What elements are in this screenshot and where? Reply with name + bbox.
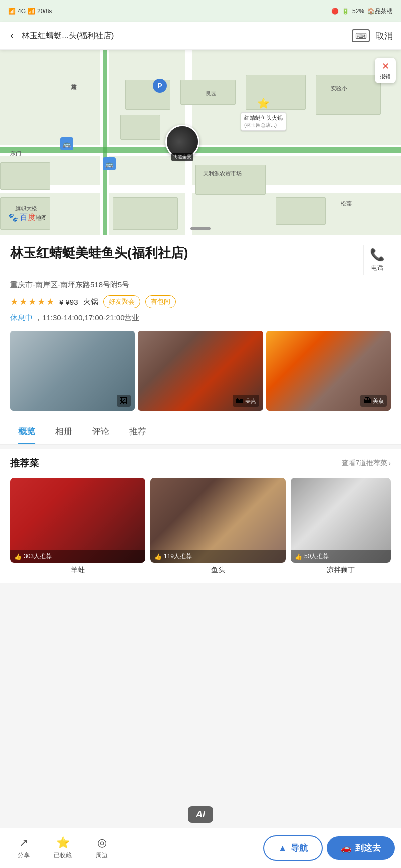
report-button[interactable]: ✕ 报错 xyxy=(375,58,396,83)
info-panel: 林玉红蜻蜓美蛙鱼头(福利社店) 📞 电话 重庆市-南岸区-南坪东路518号附5号… xyxy=(0,235,401,419)
building-8 xyxy=(0,162,50,190)
bottom-nav: ↗ 分享 ⭐ 已收藏 ◎ 周边 ▲ 导航 🚗 到这去 xyxy=(0,828,401,868)
tab-overview[interactable]: 概览 xyxy=(8,419,45,444)
street-view-marker[interactable]: 街道全景 xyxy=(165,125,199,159)
tab-recommend[interactable]: 推荐 xyxy=(119,419,156,444)
tab-album[interactable]: 相册 xyxy=(45,419,82,444)
phone-icon: 📞 xyxy=(370,248,385,262)
bus-marker-1[interactable]: 🚌 xyxy=(60,137,73,150)
place-address: 重庆市-南岸区-南坪东路518号附5号 xyxy=(10,280,391,290)
dish-card-3[interactable]: 👍 50人推荐 凉拌藕丁 xyxy=(291,478,391,575)
map-background: 东门 南坪东路 旗帜大楼 天利源农贸市场 良园 实验小 松藻 P 🚌 🚌 街道全… xyxy=(0,50,401,235)
baidu-logo: 🐾 百度地图 xyxy=(8,212,47,223)
tabs-row: 概览 相册 评论 推荐 xyxy=(0,419,401,445)
battery-icon: 🔋 xyxy=(342,8,349,15)
scroll-indicator xyxy=(190,227,211,230)
hours-text: ，11:30-14:00,17:00-21:00营业 xyxy=(35,313,139,322)
dish-row: 👍 303人推荐 羊蛙 👍 119人推荐 鱼头 👍 xyxy=(10,478,391,575)
dish-2-image: 👍 119人推荐 xyxy=(150,478,286,563)
info-header: 林玉红蜻蜓美蛙鱼头(福利社店) 📞 电话 xyxy=(10,245,391,275)
street-view-label: 街道全景 xyxy=(171,153,193,161)
liang-yuan-label: 良园 xyxy=(206,90,217,97)
photo-3[interactable]: 🏔 美点 xyxy=(266,331,391,411)
baidu-paw-icon: 🐾 xyxy=(8,213,18,222)
report-label: 报错 xyxy=(380,73,391,80)
photo-1[interactable]: 🖼 xyxy=(10,331,135,411)
photos-row: 🖼 🏔 美点 🏔 美点 xyxy=(10,331,391,419)
tab-reviews[interactable]: 评论 xyxy=(82,419,119,444)
photo-2[interactable]: 🏔 美点 xyxy=(138,331,263,411)
dish-3-badge: 👍 50人推荐 xyxy=(291,550,391,563)
signal-icon: 📶 xyxy=(8,8,16,15)
nearby-label: 周边 xyxy=(96,851,108,860)
navigate-arrow-icon: ▲ xyxy=(278,843,287,853)
share-label: 分享 xyxy=(18,851,30,860)
tian-li-yuan-label: 天利源农贸市场 xyxy=(203,170,242,177)
go-label: 到这去 xyxy=(355,842,381,854)
keyboard-icon[interactable] xyxy=(352,29,370,42)
photo-1-overlay: 🖼 xyxy=(117,395,131,407)
navigate-button[interactable]: ▲ 导航 xyxy=(263,835,323,861)
building-7 xyxy=(276,197,326,225)
ai-watermark: Ai xyxy=(188,806,213,823)
poi-marker[interactable]: ⭐ 红蜻蜓鱼头火锅 (林玉园总店...) xyxy=(241,97,286,131)
restaurant-icon: 🏠品茶楼 xyxy=(367,7,393,16)
see-more-button[interactable]: 查看7道推荐菜 › xyxy=(342,459,391,468)
parking-icon: P xyxy=(153,79,167,93)
photo-3-icon: 🏔 xyxy=(363,396,371,405)
dish-1-badge: 👍 303人推荐 xyxy=(10,550,145,563)
category: 火锅 xyxy=(83,297,98,307)
go-button[interactable]: 🚗 到这去 xyxy=(327,836,395,860)
song-zao-label: 松藻 xyxy=(341,200,352,207)
saved-button[interactable]: ⭐ 已收藏 xyxy=(45,833,80,863)
shi-yan-label: 实验小 xyxy=(331,85,347,92)
building-10 xyxy=(113,197,178,230)
poi-label: 红蜻蜓鱼头火锅 (林玉园总店...) xyxy=(241,112,286,131)
dish-3-image: 👍 50人推荐 xyxy=(291,478,391,563)
report-icon: ✕ xyxy=(382,61,389,72)
dish-1-image: 👍 303人推荐 xyxy=(10,478,145,563)
photo-2-icon: 🏔 xyxy=(236,396,244,405)
star-5-half: ★ xyxy=(46,296,54,307)
status-left: 📶 4G 📶 20/8s xyxy=(8,8,52,15)
place-title: 林玉红蜻蜓美蛙鱼头(福利社店) xyxy=(10,245,357,262)
poi-pin-group: ⭐ 红蜻蜓鱼头火锅 (林玉园总店...) xyxy=(241,97,286,131)
dish-1-name: 羊蛙 xyxy=(71,566,85,575)
bus-marker-2[interactable]: 🚌 xyxy=(103,157,116,170)
parking-marker[interactable]: P xyxy=(153,79,167,93)
dish-card-1[interactable]: 👍 303人推荐 羊蛙 xyxy=(10,478,145,575)
east-gate-label: 东门 xyxy=(10,150,21,157)
battery-level: 52% xyxy=(352,8,364,15)
network-type: 4G xyxy=(18,8,26,15)
status-bar: 📶 4G 📶 20/8s 🔴 🔋 52% 🏠品茶楼 xyxy=(0,0,401,22)
dish-card-2[interactable]: 👍 119人推荐 鱼头 xyxy=(150,478,286,575)
photo-3-text: 美点 xyxy=(373,397,384,405)
photo-1-icon: 🖼 xyxy=(120,396,128,405)
flag-building-label: 旗帜大楼 xyxy=(15,205,37,212)
dish-2-count: 119人推荐 xyxy=(164,552,192,561)
data-speed: 20/8s xyxy=(37,8,52,15)
recommended-dishes-section: 推荐菜 查看7道推荐菜 › 👍 303人推荐 羊蛙 👍 119人推 xyxy=(0,449,401,583)
car-icon: 🚗 xyxy=(341,843,351,853)
share-button[interactable]: ↗ 分享 xyxy=(6,833,41,863)
star-3: ★ xyxy=(28,296,36,307)
chevron-right-icon: › xyxy=(388,459,391,467)
building-5 xyxy=(316,75,381,115)
phone-button[interactable]: 📞 电话 xyxy=(363,245,391,275)
map-area[interactable]: 东门 南坪东路 旗帜大楼 天利源农贸市场 良园 实验小 松藻 P 🚌 🚌 街道全… xyxy=(0,50,401,235)
dish-2-name: 鱼头 xyxy=(211,566,225,575)
status-badge: 休息中 xyxy=(10,313,33,322)
back-button[interactable]: ‹ xyxy=(8,27,16,44)
navigate-label: 导航 xyxy=(291,842,308,854)
nearby-button[interactable]: ◎ 周边 xyxy=(84,833,119,863)
share-icon: ↗ xyxy=(19,836,28,849)
cancel-button[interactable]: 取消 xyxy=(376,30,393,42)
dish-2-badge: 👍 119人推荐 xyxy=(150,550,286,563)
search-input[interactable]: 林玉红蜻蜓...头(福利社店) xyxy=(22,31,346,41)
star-1: ★ xyxy=(10,296,18,307)
star-2: ★ xyxy=(19,296,27,307)
bookmark-icon: ⭐ xyxy=(56,836,70,849)
photo-2-text: 美点 xyxy=(245,397,256,405)
tag-1: 好友聚会 xyxy=(103,295,140,308)
info-hours: 休息中 ，11:30-14:00,17:00-21:00营业 xyxy=(10,313,391,323)
